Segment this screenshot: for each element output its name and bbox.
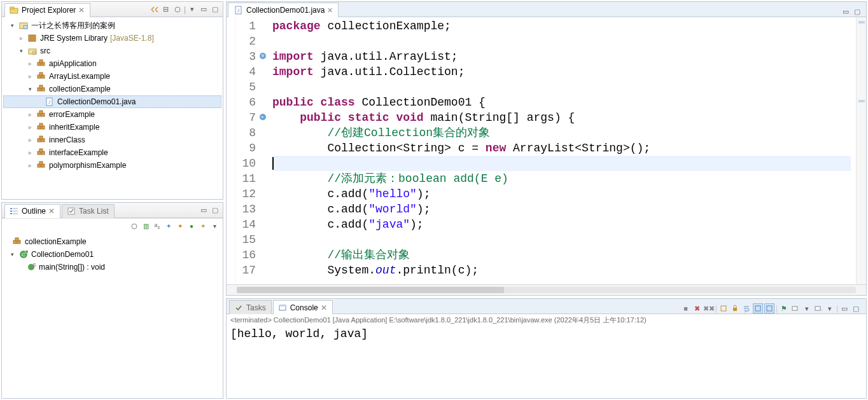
remove-all-terminated-button[interactable]: ✖✖ — [704, 303, 714, 314]
tree-package[interactable]: ▹ errorExample — [3, 108, 221, 121]
tree-label: polymorphismExample — [49, 160, 126, 171]
tasks-label: Tasks — [246, 303, 266, 312]
outline-alpha-sort-button[interactable]: az — [153, 222, 162, 231]
project-explorer-tree[interactable]: ▾ 一计之长博客用到的案例 ▹ JRE System Library [Java… — [3, 19, 221, 172]
svg-point-2 — [175, 7, 180, 12]
tree-package[interactable]: ▹ apiApplication — [3, 57, 221, 70]
minimize-editor-button[interactable]: ▭ — [841, 6, 851, 17]
library-icon — [27, 33, 38, 43]
view-menu-button[interactable]: ▾ — [187, 4, 197, 15]
tab-outline[interactable]: Outline ✕ — [4, 204, 60, 218]
import-fold-icon[interactable]: ⊖ — [260, 53, 266, 59]
editor-horizontal-scrollbar[interactable] — [227, 284, 866, 295]
tree-label: errorExample — [49, 109, 95, 120]
tab-tasks[interactable]: Tasks — [229, 300, 272, 314]
tree-package[interactable]: ▹ inheritExample — [3, 121, 221, 134]
method-marker-icon[interactable]: ▸ — [260, 114, 266, 120]
svg-rect-40 — [13, 210, 18, 212]
tree-package[interactable]: ▹ ArrayList.example — [3, 70, 221, 83]
maximize-view-button[interactable]: ▢ — [851, 303, 861, 314]
svg-rect-47 — [15, 238, 18, 241]
editor-tab-active[interactable]: J CollectionDemo01.java ✕ — [228, 3, 339, 17]
close-icon[interactable]: ✕ — [327, 6, 333, 15]
navigator-icon — [9, 5, 19, 15]
tree-label: collectionExample — [25, 236, 87, 247]
collapse-all-button[interactable]: ⊟ — [161, 4, 171, 15]
terminate-button[interactable]: ■ — [681, 303, 691, 314]
scroll-lock-button[interactable] — [730, 303, 740, 314]
code-content[interactable]: package collectionExample;import java.ut… — [267, 17, 856, 284]
outline-hide-non-public-button[interactable]: ● — [187, 222, 196, 231]
outline-focus-button[interactable] — [130, 222, 139, 231]
outline-class[interactable]: ▾ C CollectionDemo01 — [3, 248, 221, 261]
word-wrap-button[interactable] — [741, 303, 752, 314]
dirty-close-icon[interactable]: ✕ — [78, 6, 85, 15]
maximize-view-button[interactable]: ▢ — [210, 4, 220, 15]
console-status: <terminated> CollectionDemo01 [Java Appl… — [227, 314, 866, 326]
tab-console[interactable]: Console ✕ — [273, 300, 333, 314]
svg-rect-16 — [39, 72, 43, 76]
svg-rect-57 — [721, 306, 726, 311]
clear-console-button[interactable] — [718, 303, 729, 314]
twisty-expanded-icon[interactable]: ▾ — [17, 47, 25, 55]
display-selected-console-menu[interactable]: ▾ — [802, 303, 812, 314]
tree-jre[interactable]: ▹ JRE System Library [JavaSE-1.8] — [3, 32, 221, 45]
maximize-editor-button[interactable]: ▢ — [852, 6, 862, 17]
outline-sort-button[interactable]: ▥ — [141, 222, 150, 231]
tab-project-explorer[interactable]: Project Explorer ✕ — [4, 3, 90, 17]
tree-label: main(String[]) : void — [39, 261, 105, 273]
tree-package[interactable]: ▹ interfaceExample — [3, 146, 221, 159]
pin-console-button[interactable]: ⚑ — [779, 303, 789, 314]
twisty-expanded-icon[interactable]: ▾ — [8, 251, 16, 258]
svg-rect-59 — [755, 306, 760, 311]
tree-src[interactable]: ▾ ⊞ src — [3, 45, 221, 57]
editor-tabbar: J CollectionDemo01.java ✕ ▭ ▢ — [227, 2, 866, 17]
svg-rect-27 — [39, 123, 43, 127]
tree-label: src — [40, 45, 50, 57]
console-tabs: Tasks Console ✕ ■ ✖ ✖✖ | | ⚑ ▾ — [227, 299, 866, 314]
twisty-expanded-icon[interactable]: ▾ — [8, 22, 16, 29]
folding-margin[interactable] — [227, 17, 235, 284]
display-selected-console-button[interactable] — [790, 303, 801, 314]
maximize-view-button[interactable]: ▢ — [210, 205, 220, 216]
focus-task-button[interactable] — [172, 4, 183, 15]
svg-text:C: C — [22, 252, 25, 258]
minimize-view-button[interactable]: ▭ — [839, 303, 850, 314]
package-icon — [36, 122, 46, 132]
annotation-ruler[interactable]: ⊖▸ — [260, 17, 267, 284]
twisty-collapsed-icon[interactable]: ▹ — [17, 34, 25, 42]
close-icon[interactable]: ✕ — [321, 303, 327, 312]
outline-hide-local-button[interactable]: ✦ — [199, 222, 207, 231]
open-console-button[interactable]: + — [813, 303, 823, 314]
minimize-view-button[interactable]: ▭ — [199, 4, 209, 15]
show-console-on-out-button[interactable] — [753, 303, 763, 314]
open-console-menu[interactable]: ▾ — [825, 303, 835, 314]
remove-launch-button[interactable]: ✖ — [692, 303, 703, 314]
show-console-on-err-button[interactable] — [764, 303, 774, 314]
console-output[interactable]: [hello, world, java] — [227, 326, 866, 398]
minimize-view-button[interactable]: ▭ — [199, 205, 209, 216]
tree-package[interactable]: ▹ innerClass — [3, 134, 221, 146]
svg-rect-60 — [767, 306, 772, 311]
outline-package[interactable]: collectionExample — [3, 235, 221, 248]
overview-ruler[interactable] — [856, 17, 866, 284]
outline-method[interactable]: S main(String[]) : void — [3, 261, 221, 273]
tree-label: CollectionDemo01 — [31, 249, 94, 260]
tree-label: ArrayList.example — [49, 71, 110, 82]
tree-package[interactable]: ▹ polymorphismExample — [3, 159, 221, 172]
tree-project-root[interactable]: ▾ 一计之长博客用到的案例 — [3, 19, 221, 32]
close-icon[interactable]: ✕ — [48, 207, 55, 216]
editor-tab-label: CollectionDemo01.java — [246, 6, 325, 15]
svg-rect-24 — [39, 111, 43, 114]
tab-task-list[interactable]: Task List — [62, 204, 115, 218]
outline-hide-fields-button[interactable]: ✦ — [164, 222, 173, 231]
svg-rect-62 — [815, 307, 820, 310]
code-editor[interactable]: 1234567891011121314151617 ⊖▸ package col… — [227, 17, 866, 284]
link-with-editor-button[interactable] — [150, 4, 160, 15]
tree-java-file-selected[interactable]: J CollectionDemo01.java — [3, 95, 221, 108]
outline-tree[interactable]: collectionExample ▾ C CollectionDemo01 S… — [3, 235, 221, 273]
tree-package-expanded[interactable]: ▾ collectionExample — [3, 83, 221, 95]
outline-hide-static-button[interactable]: ✦ — [176, 222, 185, 231]
line-number-gutter[interactable]: 1234567891011121314151617 — [235, 17, 260, 284]
outline-menu-button[interactable]: ▾ — [210, 222, 219, 231]
